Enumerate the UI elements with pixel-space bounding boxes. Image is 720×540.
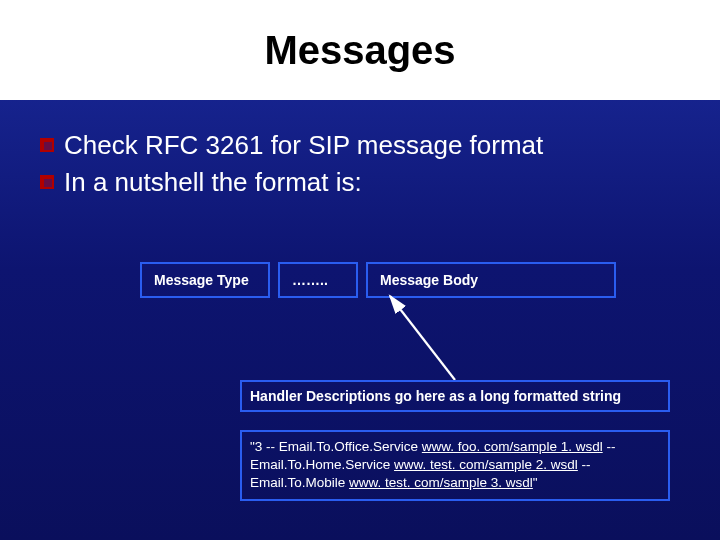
bullet-item: In a nutshell the format is: — [40, 167, 680, 198]
bullet-text: Check RFC 3261 for SIP message format — [64, 130, 543, 161]
slide-title: Messages — [264, 28, 455, 73]
bullet-text: In a nutshell the format is: — [64, 167, 362, 198]
sample-lead: "3 -- Email.To.Office.Service — [250, 439, 422, 454]
sample-string-box: "3 -- Email.To.Office.Service www. foo. … — [240, 430, 670, 501]
arrow-icon — [370, 288, 490, 388]
content-area: Check RFC 3261 for SIP message format In… — [0, 100, 720, 198]
format-row: Message Type …….. Message Body — [140, 262, 616, 298]
bullet-icon — [40, 175, 54, 189]
cell-message-type: Message Type — [140, 262, 270, 298]
cell-message-body: Message Body — [366, 262, 616, 298]
handler-description-box: Handler Descriptions go here as a long f… — [240, 380, 670, 412]
sample-url-2: www. test. com/sample 2. wsdl — [394, 457, 578, 472]
bullet-icon — [40, 138, 54, 152]
sample-url-1: www. foo. com/sample 1. wsdl — [422, 439, 603, 454]
svg-line-0 — [390, 296, 455, 380]
bullet-item: Check RFC 3261 for SIP message format — [40, 130, 680, 161]
title-bar: Messages — [0, 0, 720, 100]
cell-dots: …….. — [278, 262, 358, 298]
sample-tail: " — [533, 475, 538, 490]
sample-url-3: www. test. com/sample 3. wsdl — [349, 475, 533, 490]
